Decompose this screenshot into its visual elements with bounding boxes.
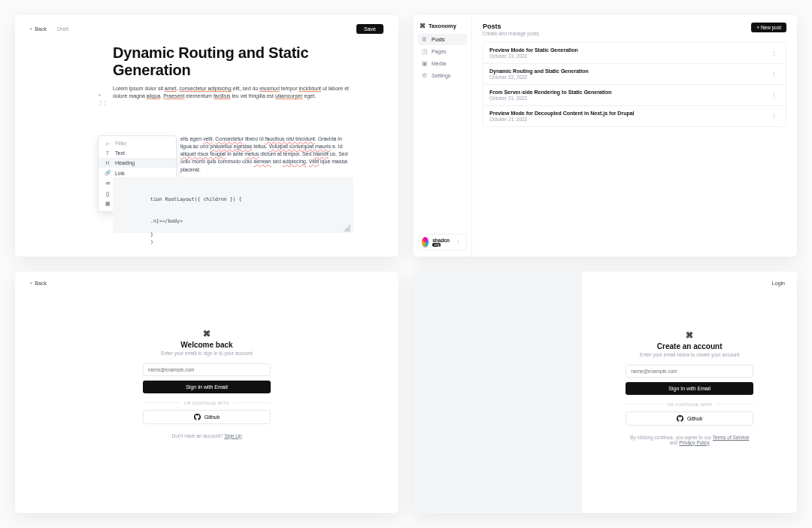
posts-icon: 🗎 xyxy=(422,36,428,43)
save-button[interactable]: Save xyxy=(356,24,383,34)
sidebar-item-label: Media xyxy=(432,61,446,66)
footer-pre: By clicking continue, you agree to our xyxy=(630,434,713,439)
github-label: Github xyxy=(205,414,220,419)
sidebar-item-label: Posts xyxy=(432,37,445,42)
signin-screenshot: ‹ Back ⌘ Welcome back Enter your email t… xyxy=(15,272,398,513)
user-card[interactable]: shadcn org ⋮ xyxy=(418,234,467,250)
sidebar: ⌘ Taxonomy 🗎Posts◳Pages▣Media⚙Settings s… xyxy=(414,15,472,256)
chevron-left-icon: ‹ xyxy=(30,281,32,286)
search-icon: ⌕ xyxy=(105,141,111,146)
email-input[interactable] xyxy=(143,363,271,375)
signup-email-button[interactable]: Sign In with Email xyxy=(626,381,753,394)
more-vertical-icon[interactable]: ⋮ xyxy=(768,49,780,58)
settings-icon: ⚙ xyxy=(422,72,428,79)
github-button[interactable]: Github xyxy=(626,411,753,425)
login-link[interactable]: Login xyxy=(772,281,785,286)
signup-side-panel xyxy=(414,272,582,513)
signup-footer: By clicking continue, you agree to our T… xyxy=(626,434,753,445)
user-badge: org xyxy=(432,243,441,247)
brand[interactable]: ⌘ Taxonomy xyxy=(418,21,467,34)
link-icon: 🔗 xyxy=(105,170,111,176)
back-button[interactable]: ‹ Back xyxy=(30,26,47,32)
drag-handle-icon[interactable]: ⋮⋮ xyxy=(98,100,107,106)
code-text[interactable]: tion RootLayout({ children }) { .n}></bo… xyxy=(150,196,316,246)
editor-topbar: ‹ Back Draft Save xyxy=(15,15,398,34)
editor-content-area[interactable]: elis egen velit. Consectetur libero id f… xyxy=(113,135,353,233)
heading-icon: H xyxy=(105,160,111,165)
post-row[interactable]: From Server-side Rendering to Static Gen… xyxy=(483,85,786,106)
signin-email-button[interactable]: Sign In with Email xyxy=(143,380,271,393)
sidebar-item-media[interactable]: ▣Media xyxy=(418,58,467,69)
post-paragraph[interactable]: Lorem ipsum dolor sit amet, consectetur … xyxy=(113,85,353,100)
post-title: Dynamic Routing and Static Generation xyxy=(489,68,589,74)
more-vertical-icon[interactable]: ⋮ xyxy=(768,91,780,100)
command-icon: ⌘ xyxy=(626,330,753,338)
post-date: October 21, 2022 xyxy=(489,117,635,122)
pages-icon: ◳ xyxy=(422,48,428,55)
back-label: Back xyxy=(35,281,47,286)
signup-form: ⌘ Create an account Enter your email bel… xyxy=(626,330,753,445)
paragraph-continuation[interactable]: elis egen velit. Consectetur libero id f… xyxy=(180,135,353,174)
divider-label: OR CONTINUE WITH xyxy=(184,400,229,405)
signup-link[interactable]: Sign Up xyxy=(224,432,241,438)
github-icon xyxy=(194,413,201,420)
signin-footer: Don't have an account? Sign Up xyxy=(143,432,271,438)
post-row[interactable]: Preview Mode for Static GenerationOctobe… xyxy=(483,43,786,64)
list-icon: ≔ xyxy=(105,181,111,187)
back-button[interactable]: ‹ Back xyxy=(30,281,47,286)
post-title: Preview Mode for Static Generation xyxy=(489,47,578,53)
more-vertical-icon[interactable]: ⋮ xyxy=(768,70,780,79)
post-date: October 21, 2022 xyxy=(489,96,612,101)
more-vertical-icon[interactable]: ⋮ xyxy=(768,112,780,121)
code-block[interactable]: tion RootLayout({ children }) { .n}></bo… xyxy=(113,177,353,233)
auth-divider: OR CONTINUE WITH xyxy=(626,402,753,406)
more-vertical-icon[interactable]: ⋮ xyxy=(453,239,463,245)
sidebar-item-posts[interactable]: 🗎Posts xyxy=(418,34,467,45)
media-icon: ▣ xyxy=(422,60,428,67)
sidebar-item-label: Pages xyxy=(432,49,447,54)
code-icon: {} xyxy=(105,191,111,196)
page-subtitle: Create and manage posts. xyxy=(483,31,541,36)
sidebar-nav: 🗎Posts◳Pages▣Media⚙Settings xyxy=(418,34,467,81)
signin-form: ⌘ Welcome back Enter your email to sign … xyxy=(143,329,271,438)
post-title[interactable]: Dynamic Routing and Static Generation xyxy=(113,44,353,79)
block-gutter: + ⋮⋮ xyxy=(98,93,107,106)
sidebar-item-label: Settings xyxy=(432,73,450,78)
page-title: Posts xyxy=(483,23,541,30)
footer-pre: Don't have an account? xyxy=(171,432,224,438)
posts-list: Preview Mode for Static GenerationOctobe… xyxy=(483,42,786,127)
privacy-link[interactable]: Privacy Policy xyxy=(679,439,709,445)
resize-handle-icon[interactable] xyxy=(343,224,350,232)
sidebar-item-pages[interactable]: ◳Pages xyxy=(418,46,467,57)
github-icon xyxy=(677,414,683,421)
new-post-button[interactable]: + New post xyxy=(751,23,786,32)
post-title: Preview Mode for Decoupled Content in Ne… xyxy=(489,111,635,116)
post-row[interactable]: Dynamic Routing and Static GenerationOct… xyxy=(483,64,786,85)
status-text: Draft xyxy=(57,26,68,32)
brand-label: Taxonomy xyxy=(429,23,456,29)
chevron-left-icon: ‹ xyxy=(30,26,32,32)
github-button[interactable]: Github xyxy=(143,409,271,423)
command-icon: ⌘ xyxy=(420,23,426,29)
post-date: October 22, 2022 xyxy=(489,74,589,80)
signup-subtitle: Enter your email below to create your ac… xyxy=(626,351,753,357)
signin-title: Welcome back xyxy=(143,340,271,348)
signup-screenshot: Login ⌘ Create an account Enter your ema… xyxy=(414,272,797,513)
main-content: Posts Create and manage posts. + New pos… xyxy=(472,15,797,256)
footer-and: and xyxy=(670,439,680,445)
table-icon: ▦ xyxy=(105,201,111,207)
post-row[interactable]: Preview Mode for Decoupled Content in Ne… xyxy=(483,106,786,126)
sidebar-item-settings[interactable]: ⚙Settings xyxy=(418,70,467,81)
github-label: Github xyxy=(687,415,703,420)
editor-screenshot: ‹ Back Draft Save Dynamic Routing and St… xyxy=(15,15,398,256)
back-label: Back xyxy=(35,26,47,32)
email-input[interactable] xyxy=(626,364,753,377)
add-block-icon[interactable]: + xyxy=(98,93,107,99)
text-icon: T xyxy=(105,150,111,156)
divider-label: OR CONTINUE WITH xyxy=(667,402,712,406)
command-icon: ⌘ xyxy=(143,329,271,337)
post-date: October 23, 2022 xyxy=(489,53,578,59)
tos-link[interactable]: Terms of Service xyxy=(713,434,749,439)
signin-subtitle: Enter your email to sign in to your acco… xyxy=(143,350,271,355)
dashboard-screenshot: ⌘ Taxonomy 🗎Posts◳Pages▣Media⚙Settings s… xyxy=(414,15,797,256)
